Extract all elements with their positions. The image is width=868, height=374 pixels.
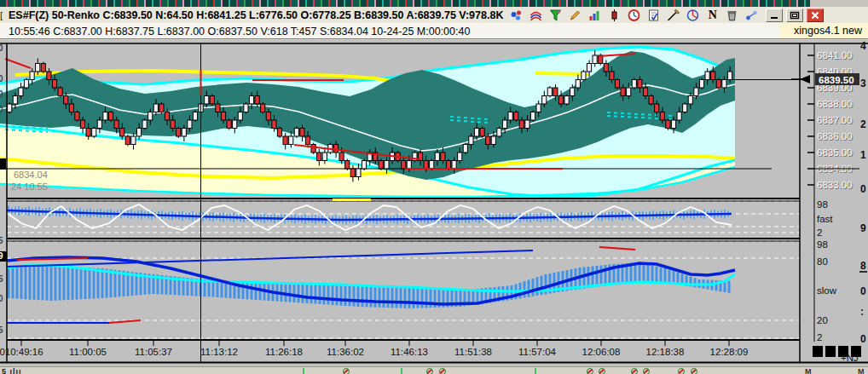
panel-scale-label: slow xyxy=(817,285,837,296)
corner-square xyxy=(813,346,823,357)
time-tick-label: 010:49:16 xyxy=(0,347,43,357)
mini-indicator-circle xyxy=(439,368,446,374)
panel-scale-label: 80 xyxy=(817,256,828,267)
scatter-balls-icon[interactable] xyxy=(509,9,524,22)
edge-digit: 0 xyxy=(860,285,866,297)
clipped-text-fragment: M xyxy=(805,367,812,374)
panel-scale-label: 20 xyxy=(817,315,828,325)
clipped-digit-fragment: 5 xyxy=(0,274,3,284)
edge-digit: 0 xyxy=(860,333,866,345)
app-brand-label: xingos4.1 new xyxy=(780,23,868,38)
panel-scale-label: 2 xyxy=(817,332,822,342)
time-tick-label: 12:18:38 xyxy=(646,347,685,357)
clipped-digit-fragment: 0 xyxy=(0,294,3,303)
svg-text:6839.50: 6839.50 xyxy=(819,75,854,85)
time-tick-label: 11:57:04 xyxy=(518,347,557,357)
candle-icon[interactable] xyxy=(607,9,622,22)
trading-app-window: [ ES#F(Z) 50-Renko C:6839.50 N:64.50 H:6… xyxy=(0,0,868,374)
clipped-text-fragment: M xyxy=(858,367,865,374)
edge-digit: 3 xyxy=(860,78,866,89)
time-tick-label: 11:46:13 xyxy=(391,347,428,357)
clipped-digit-fragment: 9 xyxy=(0,251,3,261)
close-button[interactable] xyxy=(807,9,824,22)
clipped-digit-fragment: 5 xyxy=(0,325,3,335)
corner-square xyxy=(825,346,836,357)
background-window-top-sliver xyxy=(0,0,868,7)
mini-indicator-circle xyxy=(678,368,685,374)
panel-scale-label: 98 xyxy=(817,199,828,210)
edge-digit: : xyxy=(860,306,864,318)
chart-area: 6834.0424 10:55 6841.006840.006839.00683… xyxy=(0,40,868,366)
draw-line-icon[interactable] xyxy=(666,9,680,22)
band-waves-icon[interactable] xyxy=(529,9,543,22)
price-tick-label: 6838.00 xyxy=(817,99,853,109)
last-tick-readout: 10:55:46 C:6837.00 H:6837.75 L:6837.00 O… xyxy=(9,26,470,37)
minimize-button[interactable] xyxy=(766,9,783,22)
time-tick-label: 11:13:12 xyxy=(200,347,238,357)
toolbar: N xyxy=(509,9,759,22)
trash-icon[interactable] xyxy=(725,9,739,22)
window-edge-fragment: [ xyxy=(0,10,7,20)
price-tick-label: 6833.00 xyxy=(817,180,853,190)
time-tick-label: 11:51:38 xyxy=(454,347,492,357)
clock-icon[interactable] xyxy=(627,9,641,22)
mini-indicator-circle xyxy=(599,368,605,374)
clipped-digit-fragment: 0 xyxy=(0,105,3,114)
clipped-digit-fragment: 0 xyxy=(0,74,3,83)
checklist-icon[interactable] xyxy=(646,9,661,22)
mini-green-mark xyxy=(535,368,536,374)
symbol-quote-title: ES#F(Z) 50-Renko C:6839.50 N:64.50 H:684… xyxy=(9,9,503,21)
edge-digit: 0 xyxy=(860,183,866,195)
mini-indicator-circle xyxy=(587,368,593,374)
background-window-top-corner xyxy=(810,0,868,7)
filter-funnel-icon[interactable] xyxy=(548,9,563,22)
edge-digit: 4 xyxy=(860,40,866,52)
clipped-digit-fragment: 0 xyxy=(0,89,3,99)
time-tick-label: 11:26:18 xyxy=(265,347,303,357)
edge-digit: 8 xyxy=(860,260,866,272)
price-tick-label: 6837.00 xyxy=(817,115,853,125)
clipped-digit-fragment: 0 xyxy=(0,43,3,53)
bottom-left-fragment: 5 ılıı xyxy=(2,367,22,374)
mini-indicator-circle xyxy=(631,368,638,374)
mini-indicator-circle xyxy=(426,368,433,374)
price-tick-label: 6836.00 xyxy=(817,131,853,141)
mini-indicator-circle xyxy=(643,368,650,374)
time-tick-label: 12:28:09 xyxy=(710,347,749,357)
edge-digit: 9 xyxy=(860,222,866,234)
settlement-stamp-price: 6834.04 xyxy=(14,170,48,180)
bar-chart-icon[interactable] xyxy=(587,9,602,22)
status-quote-row: 10:55:46 C:6837.00 H:6837.75 L:6837.00 O… xyxy=(0,23,868,40)
title-bar[interactable]: [ ES#F(Z) 50-Renko C:6839.50 N:64.50 H:6… xyxy=(0,7,868,24)
price-tick-label: 6841.00 xyxy=(817,50,853,60)
background-window-bottom-sliver: 5 ılıı MM xyxy=(0,366,868,374)
nj-label: +NJ xyxy=(841,353,859,363)
panel-scale-label: 2 xyxy=(817,227,822,238)
time-tick-label: 11:00:05 xyxy=(69,347,107,357)
mini-indicator-circle xyxy=(343,368,350,374)
time-tick-label: 11:36:02 xyxy=(327,347,364,357)
mini-green-mark xyxy=(401,368,402,374)
mini-green-mark xyxy=(303,368,304,374)
time-tick-label: 12:06:08 xyxy=(582,347,621,357)
price-tick-label: 6835.00 xyxy=(817,147,853,158)
edge-digit: 2 xyxy=(860,118,866,130)
pencil-icon[interactable] xyxy=(568,9,582,22)
edge-digit: 1 xyxy=(860,149,866,161)
letter-n-icon[interactable]: N xyxy=(705,9,720,22)
link-tool-icon[interactable] xyxy=(744,9,759,22)
settlement-stamp-time: 24 10:55 xyxy=(11,181,48,192)
compass-icon[interactable] xyxy=(686,9,700,22)
clipped-digit-fragment: 5 xyxy=(0,236,3,245)
maximize-button[interactable] xyxy=(786,9,803,22)
panel-scale-label: fast xyxy=(817,214,833,224)
window-controls xyxy=(766,9,824,22)
mini-indicator-circle xyxy=(691,368,697,374)
time-tick-label: 11:05:37 xyxy=(135,347,172,357)
panel-scale-label: 98 xyxy=(817,239,828,250)
